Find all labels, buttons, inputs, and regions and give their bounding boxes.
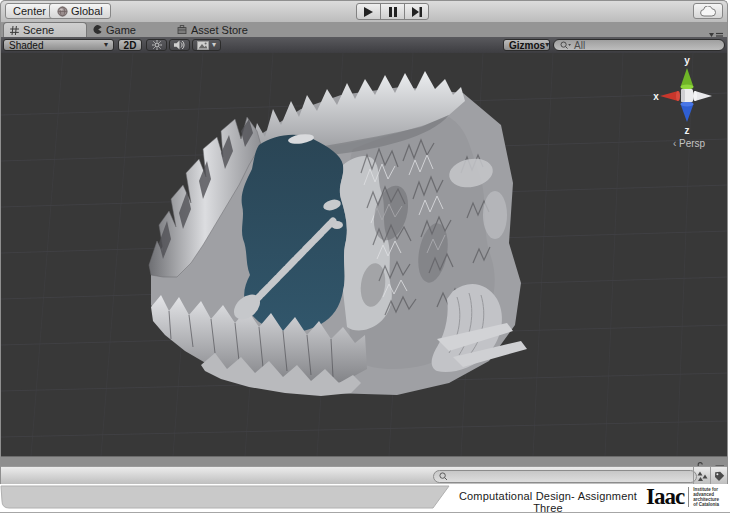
axis-y-label: y bbox=[684, 55, 690, 66]
view-tab-bar: Scene Game Asset Store bbox=[1, 22, 727, 38]
scene-viewport[interactable]: y x z ‹ Persp bbox=[1, 53, 727, 456]
step-icon bbox=[412, 7, 422, 17]
shading-mode-dropdown[interactable]: Shaded ▾ bbox=[3, 39, 114, 51]
globe-icon bbox=[57, 6, 68, 17]
play-icon bbox=[364, 7, 373, 17]
shading-mode-label: Shaded bbox=[9, 40, 43, 51]
projection-label[interactable]: Persp bbox=[679, 138, 706, 149]
asset-search-field[interactable] bbox=[433, 470, 697, 483]
asset-search-input[interactable] bbox=[448, 471, 691, 482]
slide-footer: Computational Design- Assignment Three I… bbox=[0, 484, 730, 516]
tab-game-label: Game bbox=[106, 24, 136, 36]
tab-asset-store[interactable]: Asset Store bbox=[177, 22, 248, 37]
pause-icon bbox=[389, 7, 397, 17]
toggle-2d-button[interactable]: 2D bbox=[118, 39, 142, 51]
viewport-canvas: y x z ‹ Persp bbox=[1, 53, 727, 456]
magnifier-icon bbox=[439, 472, 448, 481]
gizmos-dropdown[interactable]: Gizmos ▾ bbox=[503, 39, 550, 51]
scene-view-control-bar: Shaded ▾ 2D ▾ Gizmos ▾ All bbox=[1, 37, 727, 53]
tab-scene-label: Scene bbox=[23, 24, 54, 36]
center-pivot-button[interactable]: Center bbox=[5, 3, 54, 19]
main-toolbar: Center Global bbox=[1, 1, 727, 23]
step-button[interactable] bbox=[404, 3, 429, 20]
grid-icon bbox=[10, 26, 19, 35]
terrain-mesh bbox=[149, 71, 527, 396]
collab-icon bbox=[697, 471, 708, 482]
iaac-logo-mark: Iaac bbox=[646, 486, 684, 508]
footer-rule bbox=[0, 512, 730, 513]
toggle-2d-label: 2D bbox=[124, 40, 137, 51]
center-pivot-label: Center bbox=[13, 5, 46, 17]
gizmos-label: Gizmos bbox=[509, 40, 545, 51]
tag-icon bbox=[714, 471, 725, 482]
iaac-logo: Iaac Institute for advanced architecture… bbox=[646, 486, 719, 508]
play-button[interactable] bbox=[356, 3, 381, 20]
scene-search-field[interactable]: All bbox=[553, 39, 725, 51]
audio-toggle-button[interactable] bbox=[169, 39, 190, 51]
iaac-logo-subtext: Institute for advanced architecture of C… bbox=[693, 487, 719, 508]
cloud-services-button[interactable] bbox=[693, 3, 723, 19]
chevron-down-icon: ▾ bbox=[212, 41, 216, 49]
magnifier-icon bbox=[560, 41, 571, 50]
tab-game[interactable]: Game bbox=[93, 22, 136, 37]
axis-x-label: x bbox=[653, 91, 659, 102]
tab-asset-store-label: Asset Store bbox=[191, 24, 248, 36]
lighting-toggle-button[interactable] bbox=[146, 39, 167, 51]
logo-divider bbox=[688, 487, 689, 507]
axis-z-label: z bbox=[685, 125, 690, 136]
slide-page: Center Global bbox=[0, 0, 730, 516]
unity-editor-window: Center Global bbox=[0, 0, 728, 487]
cloud-icon bbox=[700, 6, 716, 17]
chevron-down-icon: ▾ bbox=[104, 41, 108, 49]
chevron-down-icon: ▾ bbox=[545, 41, 549, 49]
orientation-gizmo[interactable]: y x z ‹ Persp bbox=[653, 55, 712, 149]
slide-caption: Computational Design- Assignment Three bbox=[448, 490, 648, 514]
scene-search-filter-label: All bbox=[574, 40, 585, 51]
effects-dropdown-button[interactable]: ▾ bbox=[192, 39, 221, 51]
tab-scene[interactable]: Scene bbox=[3, 22, 87, 37]
unity-game-icon bbox=[93, 25, 102, 34]
global-local-button[interactable]: Global bbox=[49, 3, 111, 19]
bottom-toolbar bbox=[1, 466, 727, 486]
asset-store-icon bbox=[177, 25, 187, 34]
sun-icon bbox=[152, 40, 162, 50]
rotate-view-arrow: ‹ bbox=[673, 138, 676, 149]
effects-icon bbox=[197, 41, 209, 50]
pause-button[interactable] bbox=[380, 3, 405, 20]
logo-line: of Catalonia bbox=[693, 502, 719, 507]
global-local-label: Global bbox=[71, 5, 103, 17]
speaker-icon bbox=[174, 40, 185, 50]
